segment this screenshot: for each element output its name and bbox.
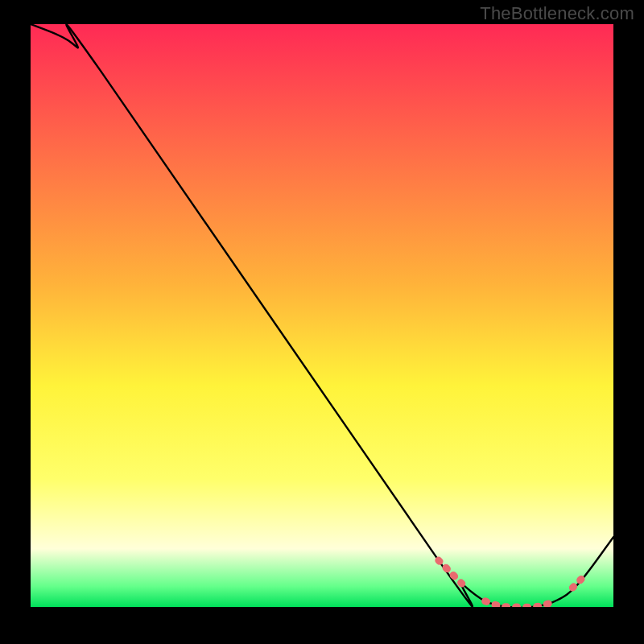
gradient-background [31,24,613,607]
watermark-label: TheBottleneck.com [480,3,634,24]
bottleneck-plot [31,24,613,607]
chart-frame: TheBottleneck.com [0,0,644,644]
